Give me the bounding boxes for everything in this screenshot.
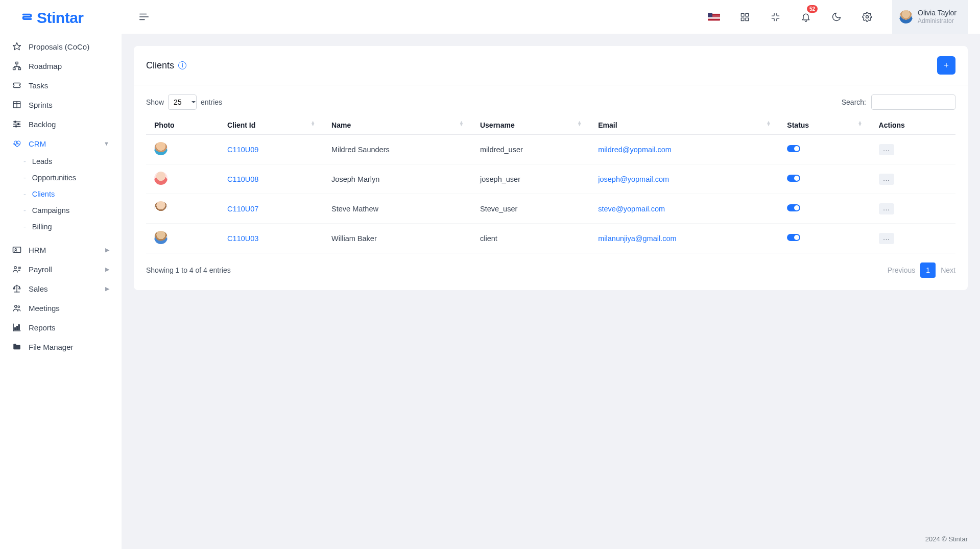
status-toggle[interactable] <box>787 175 800 182</box>
apps-button[interactable] <box>736 8 753 26</box>
client-id-link[interactable]: C110U03 <box>227 234 258 243</box>
row-actions-button[interactable]: … <box>879 203 894 214</box>
client-email-link[interactable]: milanunjiya@gmail.com <box>598 234 676 243</box>
minimize-icon <box>771 12 780 22</box>
user-role: Administrator <box>918 17 957 25</box>
sidebar-item-tasks[interactable]: Tasks <box>6 76 115 95</box>
client-username: mildred_user <box>472 135 590 164</box>
svg-marker-0 <box>13 43 21 50</box>
pagination-next[interactable]: Next <box>941 266 955 274</box>
show-label: Show <box>146 98 164 106</box>
status-toggle[interactable] <box>787 234 800 241</box>
clients-table: PhotoClient Id▲▼Name▲▼Username▲▼Email▲▼S… <box>146 116 955 253</box>
table-row: C110U08Joseph Marlynjoseph_userjoseph@yo… <box>146 164 955 194</box>
svg-rect-29 <box>18 325 19 330</box>
sidebar-item-label: Backlog <box>29 120 56 129</box>
flag-us-icon <box>708 13 720 21</box>
logo[interactable]: Stintar <box>0 0 122 36</box>
client-name: Steve Mathew <box>323 194 472 224</box>
user-menu-button[interactable]: Olivia Taylor Administrator <box>892 0 968 34</box>
client-avatar-icon <box>154 142 168 155</box>
client-username: client <box>472 224 590 253</box>
sidebar-item-hrm[interactable]: HRM▶ <box>6 240 115 259</box>
client-email-link[interactable]: mildred@yopmail.com <box>598 146 672 154</box>
svg-rect-27 <box>15 328 16 330</box>
client-id-link[interactable]: C110U09 <box>227 146 258 154</box>
clients-card: Clients i + Show 25 entries Search: <box>134 46 968 290</box>
theme-toggle-button[interactable] <box>828 8 845 26</box>
star-icon <box>12 42 21 51</box>
sidebar-toggle-button[interactable] <box>134 7 154 27</box>
sidebar-item-label: CRM <box>29 139 46 148</box>
sidebar-item-label: Proposals (CoCo) <box>29 42 89 51</box>
sidebar-item-sales[interactable]: Sales▶ <box>6 279 115 298</box>
svg-point-23 <box>15 305 17 308</box>
entries-label: entries <box>201 98 222 106</box>
client-avatar-icon <box>154 201 168 214</box>
row-actions-button[interactable]: … <box>879 174 894 185</box>
footer: 2024 © Stintar <box>122 529 980 549</box>
sidebar-item-label: File Manager <box>29 343 74 351</box>
sidebar-item-roadmap[interactable]: Roadmap <box>6 56 115 76</box>
client-name: William Baker <box>323 224 472 253</box>
svg-point-24 <box>18 306 20 308</box>
add-client-button[interactable]: + <box>937 56 955 75</box>
svg-point-16 <box>15 249 16 250</box>
bell-icon <box>801 12 811 22</box>
status-toggle[interactable] <box>787 145 800 152</box>
col-actions: Actions <box>871 116 955 135</box>
client-id-link[interactable]: C110U07 <box>227 205 258 213</box>
logo-icon <box>20 11 34 25</box>
col-client-id[interactable]: Client Id▲▼ <box>219 116 323 135</box>
client-email-link[interactable]: steve@yopmail.com <box>598 205 665 213</box>
client-avatar-icon <box>154 231 168 244</box>
search-label: Search: <box>842 98 866 106</box>
svg-rect-35 <box>741 18 744 21</box>
pagination-prev[interactable]: Previous <box>888 266 915 274</box>
sidebar-item-crm[interactable]: CRM▼ <box>6 134 115 153</box>
client-id-link[interactable]: C110U08 <box>227 175 258 183</box>
sidebar-item-label: Roadmap <box>29 62 62 70</box>
row-actions-button[interactable]: … <box>879 233 894 244</box>
search-input[interactable] <box>871 94 955 110</box>
sidebar-subitem-clients[interactable]: Clients <box>17 186 115 202</box>
chevron-down-icon: ▼ <box>104 140 109 147</box>
sidebar-subitem-leads[interactable]: Leads <box>17 153 115 170</box>
pagination-page-1[interactable]: 1 <box>920 262 936 278</box>
sidebar: Stintar Proposals (CoCo)RoadmapTasksSpri… <box>0 0 122 549</box>
svg-point-10 <box>15 121 16 123</box>
sidebar-item-reports[interactable]: Reports <box>6 318 115 337</box>
sidebar-item-payroll[interactable]: Payroll▶ <box>6 259 115 279</box>
settings-button[interactable] <box>858 8 876 26</box>
sidebar-item-backlog[interactable]: Backlog <box>6 114 115 134</box>
language-button[interactable] <box>705 8 723 26</box>
col-name[interactable]: Name▲▼ <box>323 116 472 135</box>
page-size-select[interactable]: 25 <box>168 94 197 110</box>
col-email[interactable]: Email▲▼ <box>590 116 779 135</box>
col-status[interactable]: Status▲▼ <box>779 116 870 135</box>
row-actions-button[interactable]: … <box>879 144 894 155</box>
info-icon[interactable]: i <box>178 61 186 69</box>
client-email-link[interactable]: joseph@yopmail.com <box>598 175 669 183</box>
columns-icon <box>12 100 21 109</box>
status-toggle[interactable] <box>787 204 800 211</box>
chevron-right-icon: ▶ <box>105 285 109 292</box>
sidebar-item-sprints[interactable]: Sprints <box>6 95 115 114</box>
sidebar-subitem-billing[interactable]: Billing <box>17 219 115 235</box>
sidebar-item-label: Payroll <box>29 265 52 274</box>
sort-icon: ▲▼ <box>459 121 464 126</box>
svg-point-17 <box>14 267 17 269</box>
notifications-button[interactable]: 52 <box>797 8 815 26</box>
table-row: C110U03William Bakerclientmilanunjiya@gm… <box>146 224 955 253</box>
sidebar-subitem-opportunities[interactable]: Opportunities <box>17 170 115 186</box>
sidebar-item-file-manager[interactable]: File Manager <box>6 337 115 356</box>
grid-icon <box>740 12 750 22</box>
id-icon <box>12 245 21 254</box>
fullscreen-toggle-button[interactable] <box>767 8 784 26</box>
user-avatar-icon <box>899 10 913 23</box>
sidebar-item-meetings[interactable]: Meetings <box>6 298 115 318</box>
sidebar-subitem-campaigns[interactable]: Campaigns <box>17 202 115 219</box>
col-username[interactable]: Username▲▼ <box>472 116 590 135</box>
sidebar-item-proposals-coco-[interactable]: Proposals (CoCo) <box>6 37 115 56</box>
brand-text: Stintar <box>37 9 84 27</box>
